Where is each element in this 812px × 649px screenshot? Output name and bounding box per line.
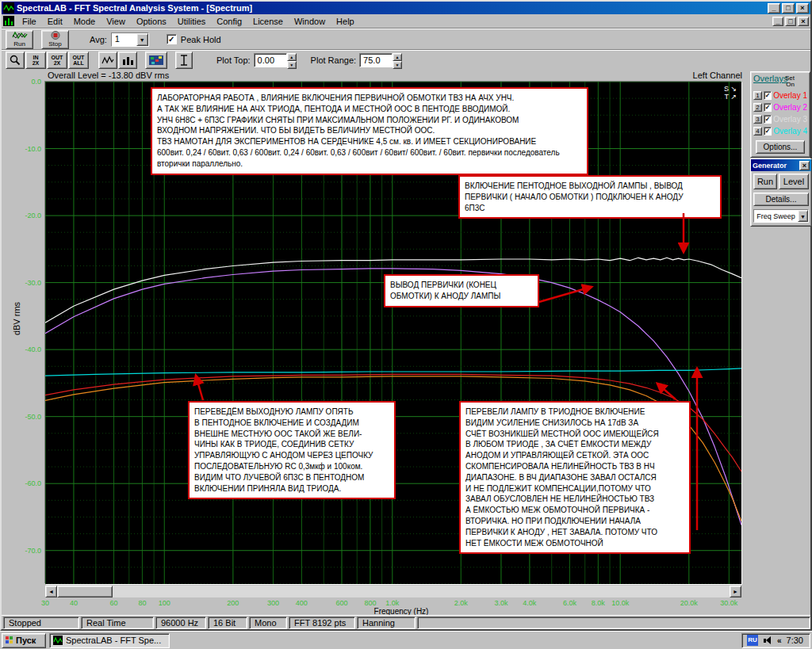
plot-top-down-button[interactable]: ▼: [287, 61, 297, 69]
scrollbar-track[interactable]: [113, 586, 730, 597]
menu-item-utilities[interactable]: Utilities: [172, 15, 211, 28]
overlay-label-1: Overlay 1: [773, 91, 807, 100]
x-tick-label: 200: [227, 599, 239, 607]
run-button[interactable]: Run: [6, 30, 33, 49]
menu-item-config[interactable]: Config: [211, 15, 247, 28]
zoom-out-2x-button[interactable]: OUT 2X: [47, 52, 67, 69]
overlay-set-markers: S ↘ T ↗: [724, 85, 737, 101]
generator-body: Run Level Details... Freq Sweep ▼: [751, 171, 811, 226]
generator-close-button[interactable]: ×: [799, 161, 810, 170]
overlay-set-button-2[interactable]: 2: [753, 103, 762, 112]
generator-run-button[interactable]: Run: [753, 174, 777, 189]
plot-h-scrollbar[interactable]: ◄ ►: [45, 586, 741, 597]
avg-dropdown-icon[interactable]: ▼: [136, 33, 148, 46]
overlay-on-checkbox-2[interactable]: ✓: [764, 103, 772, 112]
overlay-set-button-4[interactable]: 4: [753, 127, 762, 136]
peak-hold-checkbox[interactable]: ✓: [167, 34, 177, 44]
x-tick-label: 60: [110, 599, 118, 607]
menu-item-edit[interactable]: Edit: [42, 15, 68, 28]
overlay-label-2: Overlay 2: [773, 103, 807, 112]
plot-range-up-button[interactable]: ▲: [393, 53, 402, 61]
menu-item-license[interactable]: License: [247, 15, 289, 28]
mdi-restore-button[interactable]: □: [785, 17, 796, 26]
mdi-close-button[interactable]: ×: [798, 17, 809, 26]
plot-top-up-button[interactable]: ▲: [287, 53, 297, 61]
taskbar-task-spectralab[interactable]: SpectraLAB - FFT Spe...: [49, 633, 170, 648]
y-tick-label: -40.0: [8, 345, 41, 353]
menu-item-options[interactable]: Options: [131, 15, 172, 28]
avg-value: 1: [112, 33, 136, 46]
spectrogram-button[interactable]: [145, 52, 167, 69]
annotation-note-3: ВЫВОД ПЕРВИЧКИ (КОНЕЦ ОБМОТКИ) К АНОДУ Л…: [384, 274, 539, 307]
line-plot-icon: [102, 55, 114, 65]
generator-details-button[interactable]: Details...: [753, 193, 809, 206]
menu-item-mode[interactable]: Mode: [68, 15, 102, 28]
zoom-out-all-button[interactable]: OUT ALL: [68, 52, 89, 69]
plot-range-down-button[interactable]: ▼: [393, 61, 402, 69]
overlay-set-button-3[interactable]: 3: [753, 115, 762, 124]
desktop: SpectraLAB - FFT Spectral Analysis Syste…: [0, 0, 812, 649]
overlay-label-4: Overlay 4: [773, 127, 807, 136]
x-tick-label: 40: [70, 599, 78, 607]
menu-item-view[interactable]: View: [101, 15, 131, 28]
overlay-on-checkbox-1[interactable]: ✓: [764, 91, 772, 100]
overall-level-text: Overall Level = -13.80 dBV rms: [48, 71, 169, 80]
avg-combobox[interactable]: 1 ▼: [111, 32, 149, 47]
ibeam-icon: [180, 55, 188, 66]
x-tick-label: 800: [364, 599, 376, 607]
overlay-set-button-1[interactable]: 1: [753, 91, 762, 100]
overlay-on-checkbox-3[interactable]: ✓: [764, 115, 772, 124]
volume-icon[interactable]: [763, 636, 772, 645]
x-tick-label: 20.0k: [680, 599, 698, 607]
tray-chevron-icon[interactable]: «: [777, 636, 782, 645]
language-indicator[interactable]: RU: [747, 635, 758, 646]
annotation-note-5: ПЕРЕВЕЛИ ЛАМПУ В ТРИОДНОЕ ВКЛЮЧЕНИЕ ВИДИ…: [459, 401, 691, 554]
x-tick-label: 30.0k: [720, 599, 737, 607]
x-tick-label: 80: [138, 599, 146, 607]
bar-plot-button[interactable]: [118, 52, 137, 69]
overlay-on-checkbox-4[interactable]: ✓: [764, 127, 772, 136]
plot-top-field[interactable]: 0.00: [254, 53, 287, 67]
line-plot-button[interactable]: [98, 52, 117, 69]
status-cell-7: Hanning: [357, 617, 416, 629]
overlays-options-button[interactable]: Options...: [756, 140, 805, 154]
menu-item-file[interactable]: File: [17, 15, 42, 28]
overlay-label-3: Overlay 3: [773, 115, 807, 124]
minimize-button[interactable]: _: [768, 3, 780, 13]
spectrum-window-icon[interactable]: [3, 16, 14, 26]
y-axis-title: dBV rms: [12, 295, 21, 342]
status-cell-6: FFT 8192 pts: [289, 617, 355, 629]
plot-range-field[interactable]: 75.0: [359, 53, 393, 67]
overlay-row-1: 1✓Overlay 1: [753, 90, 807, 101]
stop-icon: [51, 31, 60, 40]
marker-t: T ↗: [724, 93, 737, 101]
scroll-right-button[interactable]: ►: [730, 586, 741, 597]
generator-level-button[interactable]: Level: [779, 174, 809, 189]
marker-button[interactable]: [175, 52, 193, 69]
menu-item-window[interactable]: Window: [289, 15, 331, 28]
zoom-in-2x-button[interactable]: IN 2X: [25, 52, 46, 69]
maximize-button[interactable]: □: [782, 3, 795, 13]
annotation-note-2: ВКЛЮЧЕНИЕ ПЕНТОДНОЕ ВЫХОДНОЙ ЛАМПЫ , ВЫВ…: [458, 175, 722, 219]
overlay-row-2: 2✓Overlay 2: [753, 101, 807, 113]
generator-mode-combobox[interactable]: Freq Sweep ▼: [753, 209, 809, 223]
plot-top-spinner: ▲ ▼: [287, 53, 297, 67]
mdi-minimize-button[interactable]: _: [772, 17, 783, 26]
generator-mode-dropdown-icon[interactable]: ▼: [798, 210, 808, 222]
stop-button[interactable]: Stop: [41, 30, 69, 49]
start-button[interactable]: Пуск: [2, 633, 46, 648]
main-toolbar: Run Stop Avg: 1 ▼ ✓ Peak Hold: [2, 29, 810, 50]
overlay-row-4: 4✓Overlay 4: [753, 125, 807, 136]
scroll-left-button[interactable]: ◄: [45, 586, 57, 597]
scrollbar-thumb[interactable]: [57, 586, 113, 597]
y-tick-label: -10.0: [8, 145, 41, 153]
menu-item-help[interactable]: Help: [331, 15, 360, 28]
y-tick-label: -20.0: [8, 212, 41, 220]
window-title: SpectraLAB - FFT Spectral Analysis Syste…: [17, 3, 252, 13]
plot-top-label: Plot Top:: [216, 55, 251, 65]
col-on-label: On: [786, 82, 795, 88]
status-cell-2: Real Time: [81, 617, 154, 629]
system-tray: RU « 7:30: [741, 633, 810, 648]
close-button[interactable]: ×: [796, 3, 809, 13]
zoom-cursor-button[interactable]: [6, 52, 25, 69]
